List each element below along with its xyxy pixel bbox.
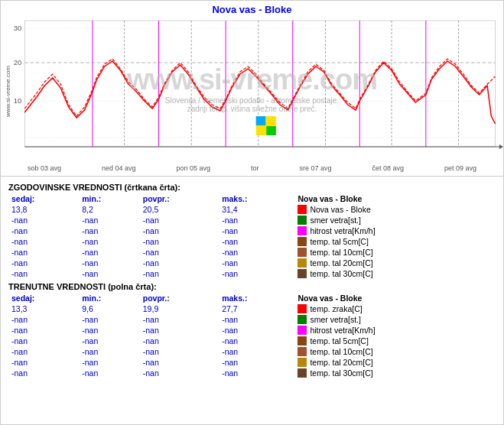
legend-label: hitrost vetra[Km/h] bbox=[310, 326, 375, 335]
color-swatch bbox=[298, 237, 307, 246]
legend-label: temp. tal 30cm[C] bbox=[310, 269, 372, 278]
hist-row-5: -nan-nan-nan-nantemp. tal 20cm[C] bbox=[8, 258, 496, 268]
color-swatch bbox=[298, 304, 307, 313]
legend-label: temp. zraka[C] bbox=[310, 304, 362, 313]
chart-area: Nova vas - Bloke www.si-vreme.com 30 20 bbox=[1, 1, 503, 177]
hist-row-6: -nan-nan-nan-nantemp. tal 30cm[C] bbox=[8, 268, 496, 279]
chart-title: Nova vas - Bloke bbox=[1, 1, 503, 17]
curr-h-sedaj: sedaj: bbox=[8, 293, 79, 303]
current-tables: sedaj: min.: povpr.: maks.: Nova vas - B… bbox=[8, 293, 496, 378]
hist-h-min: min.: bbox=[79, 193, 140, 204]
color-swatch bbox=[298, 269, 307, 278]
color-swatch bbox=[298, 248, 307, 257]
legend-label: temp. tal 20cm[C] bbox=[310, 358, 372, 367]
hist-row-4: -nan-nan-nan-nantemp. tal 10cm[C] bbox=[8, 247, 496, 258]
curr-row-2: -nan-nan-nan-nanhitrost vetra[Km/h] bbox=[8, 325, 496, 336]
color-swatch bbox=[298, 205, 307, 214]
data-section: ZGODOVINSKE VREDNOSTI (črtkana črta): se… bbox=[1, 177, 503, 424]
legend-label: smer vetra[st.] bbox=[310, 216, 361, 225]
hist-h-maks: maks.: bbox=[219, 193, 294, 204]
svg-marker-22 bbox=[499, 144, 503, 149]
historical-title: ZGODOVINSKE VREDNOSTI (črtkana črta): bbox=[8, 183, 496, 192]
legend-label: hitrost vetra[Km/h] bbox=[310, 226, 375, 235]
historical-table: sedaj: min.: povpr.: maks.: Nova vas - B… bbox=[8, 193, 496, 279]
curr-row-0: 13,39,619,927,7temp. zraka[C] bbox=[8, 303, 496, 314]
color-swatch bbox=[298, 216, 307, 225]
color-swatch bbox=[298, 347, 307, 356]
svg-text:30: 30 bbox=[14, 24, 21, 32]
color-swatch bbox=[298, 315, 307, 324]
color-swatch bbox=[298, 368, 307, 378]
legend-label: Nova vas - Bloke bbox=[310, 205, 370, 214]
color-swatch bbox=[298, 326, 307, 335]
chart-svg: 30 20 10 bbox=[1, 17, 503, 166]
hist-h-povpr: povpr.: bbox=[140, 193, 219, 204]
main-container: Nova vas - Bloke www.si-vreme.com 30 20 bbox=[0, 0, 504, 425]
legend-label: temp. tal 10cm[C] bbox=[310, 248, 372, 257]
legend-label: temp. tal 10cm[C] bbox=[310, 347, 372, 356]
chart-canvas: www.si-vreme.com 30 20 10 bbox=[1, 17, 503, 166]
legend-label: smer vetra[st.] bbox=[310, 315, 361, 324]
svg-text:10: 10 bbox=[14, 97, 21, 105]
legend-label: temp. tal 5cm[C] bbox=[310, 237, 368, 246]
hist-h-sedaj: sedaj: bbox=[8, 193, 79, 204]
curr-h-min: min.: bbox=[79, 293, 140, 303]
hist-row-1: -nan-nan-nan-nansmer vetra[st.] bbox=[8, 215, 496, 225]
curr-row-6: -nan-nan-nan-nantemp. tal 30cm[C] bbox=[8, 368, 496, 378]
color-swatch bbox=[298, 358, 307, 367]
svg-text:20: 20 bbox=[14, 59, 21, 67]
hist-row-0: 13,88,220,531,4Nova vas - Bloke bbox=[8, 204, 496, 215]
current-title: TRENUTNE VREDNOSTI (polna črta): bbox=[8, 282, 496, 291]
curr-h-nova: Nova vas - Bloke bbox=[294, 293, 496, 303]
legend-label: temp. tal 30cm[C] bbox=[310, 368, 372, 378]
color-swatch bbox=[298, 336, 307, 346]
hist-h-nova: Nova vas - Bloke bbox=[294, 193, 496, 204]
legend-label: temp. tal 20cm[C] bbox=[310, 258, 372, 268]
legend-label: temp. tal 5cm[C] bbox=[310, 336, 368, 346]
curr-row-5: -nan-nan-nan-nantemp. tal 20cm[C] bbox=[8, 357, 496, 368]
curr-row-1: -nan-nan-nan-nansmer vetra[st.] bbox=[8, 314, 496, 325]
curr-h-maks: maks.: bbox=[219, 293, 294, 303]
curr-row-4: -nan-nan-nan-nantemp. tal 10cm[C] bbox=[8, 346, 496, 357]
svg-rect-24 bbox=[256, 116, 266, 125]
curr-row-3: -nan-nan-nan-nantemp. tal 5cm[C] bbox=[8, 336, 496, 346]
svg-rect-25 bbox=[266, 126, 276, 135]
current-table: sedaj: min.: povpr.: maks.: Nova vas - B… bbox=[8, 293, 496, 378]
hist-row-2: -nan-nan-nan-nanhitrost vetra[Km/h] bbox=[8, 225, 496, 236]
color-swatch bbox=[298, 226, 307, 235]
hist-row-3: -nan-nan-nan-nantemp. tal 5cm[C] bbox=[8, 236, 496, 247]
historical-tables: sedaj: min.: povpr.: maks.: Nova vas - B… bbox=[8, 193, 496, 279]
curr-h-povpr: povpr.: bbox=[140, 293, 219, 303]
color-swatch bbox=[298, 258, 307, 268]
